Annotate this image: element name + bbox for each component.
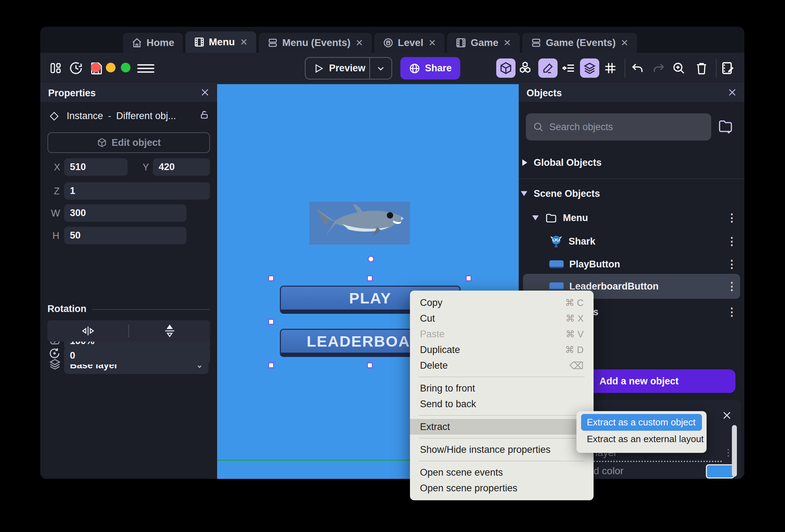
selection-handle-sw[interactable] (268, 362, 274, 368)
layout-panels-button[interactable] (49, 61, 62, 75)
layout-panels-icon (49, 61, 62, 75)
toolbar-separator (716, 59, 717, 78)
w-label: W (51, 208, 60, 219)
preview-dropdown[interactable] (369, 58, 391, 79)
traffic-light-close[interactable] (91, 63, 101, 72)
lock-open-icon[interactable] (199, 110, 209, 122)
submenu-item-extract-external-layout[interactable]: Extract as an external layout (581, 431, 702, 447)
submenu-item-label: Extract as an external layout (587, 434, 704, 445)
instance-type-label: Instance (67, 111, 103, 122)
menu-item-cut[interactable]: Cut ⌘ X (410, 311, 594, 326)
tree-folder-menu[interactable]: Menu ⋮ (519, 208, 744, 227)
redo-button[interactable] (652, 61, 666, 75)
x-field[interactable] (64, 158, 128, 176)
cubes-stack-icon (518, 61, 532, 75)
menu-item-duplicate[interactable]: Duplicate ⌘ D (410, 342, 594, 358)
tab-menu-events[interactable]: Menu (Events) ✕ (259, 33, 372, 53)
traffic-light-zoom[interactable] (121, 63, 130, 72)
selection-handle-s[interactable] (367, 362, 373, 368)
submenu-item-extract-custom-object[interactable]: Extract as a custom object (581, 414, 702, 431)
play-icon (313, 63, 324, 74)
instances-button[interactable] (518, 61, 532, 75)
w-field[interactable] (64, 204, 186, 222)
properties-title: Properties (48, 88, 96, 99)
objects-3d-mode-button[interactable] (496, 58, 515, 78)
kebab-menu-icon[interactable]: ⋮ (727, 307, 737, 317)
group-global-objects[interactable]: Global Objects (519, 154, 744, 172)
tree-item-label: Shark (569, 236, 595, 247)
close-icon[interactable] (722, 410, 732, 422)
close-icon[interactable]: ✕ (240, 37, 248, 48)
grid-button[interactable] (604, 61, 617, 75)
groups-divider (519, 179, 744, 179)
close-icon[interactable]: ✕ (355, 37, 363, 48)
background-color-swatch[interactable] (706, 464, 734, 479)
undo-button[interactable] (631, 61, 644, 75)
h-field[interactable] (64, 227, 186, 244)
edit-object-label: Edit object (112, 137, 161, 148)
kebab-menu-icon[interactable]: ⋮ (727, 281, 737, 292)
close-icon[interactable]: ✕ (621, 37, 628, 48)
search-objects-box[interactable] (526, 113, 711, 140)
tab-level[interactable]: Level ✕ (374, 33, 445, 53)
menu-item-show-hide-instance-properties[interactable]: Show/Hide instance properties (410, 442, 594, 457)
tab-game[interactable]: Game ✕ (447, 33, 520, 53)
tree-item-shark[interactable]: Shark ⋮ (519, 232, 744, 251)
preview-button[interactable]: Preview (305, 57, 392, 80)
instance-properties-button[interactable] (561, 61, 576, 75)
close-icon[interactable] (200, 87, 210, 99)
menu-separator (419, 438, 585, 439)
tree-item-playbutton[interactable]: PlayButton ⋮ (519, 255, 744, 274)
menu-item-extract[interactable]: Extract › (410, 419, 594, 435)
selection-handle-w[interactable] (268, 319, 274, 325)
flip-vertical-button[interactable] (129, 320, 210, 342)
rotation-handle[interactable] (368, 256, 374, 262)
y-label: Y (143, 162, 149, 173)
rotation-field[interactable] (64, 347, 210, 364)
shark-sprite[interactable] (309, 202, 410, 245)
kebab-menu-icon[interactable]: ⋮ (727, 213, 737, 223)
tab-menu[interactable]: Menu ✕ (185, 31, 256, 53)
group-scene-objects[interactable]: Scene Objects (519, 185, 744, 203)
close-icon[interactable] (727, 87, 737, 99)
scrollbar[interactable] (732, 425, 737, 477)
selection-handle-nw[interactable] (268, 275, 274, 281)
menu-item-open-scene-properties[interactable]: Open scene properties (410, 480, 594, 496)
menu-item-paste[interactable]: Paste ⌘ V (410, 326, 594, 342)
menu-separator (419, 461, 585, 461)
close-icon[interactable]: ✕ (428, 37, 436, 48)
hamburger-menu-icon[interactable] (137, 62, 154, 73)
scene-properties-button[interactable] (720, 61, 735, 75)
layers-panel-button[interactable] (580, 58, 599, 78)
menu-item-copy[interactable]: Copy ⌘ C (410, 295, 594, 311)
delete-button[interactable] (695, 61, 708, 75)
close-icon[interactable]: ✕ (503, 37, 511, 48)
search-input[interactable] (549, 122, 685, 133)
menu-item-delete[interactable]: Delete ⌫ (410, 358, 594, 373)
flip-horizontal-button[interactable] (47, 320, 128, 342)
edit-object-button[interactable]: Edit object (47, 132, 210, 153)
y-field[interactable] (153, 158, 210, 176)
globe-icon (409, 63, 420, 74)
share-button[interactable]: Share (400, 57, 460, 80)
tab-game-events[interactable]: Game (Events) ✕ (522, 33, 637, 53)
share-label: Share (425, 63, 452, 74)
kebab-menu-icon[interactable]: ⋮ (727, 259, 737, 270)
menu-item-open-scene-events[interactable]: Open scene events (410, 465, 594, 480)
traffic-light-minimize[interactable] (106, 63, 116, 72)
titlebar: Home Menu ✕ Menu (Events) ✕ Level ✕ (40, 27, 744, 53)
selection-handle-ne[interactable] (466, 275, 472, 281)
z-field[interactable] (64, 182, 210, 200)
selection-handle-n[interactable] (367, 275, 373, 281)
edit-mode-button[interactable] (538, 58, 558, 78)
zoom-button[interactable] (672, 61, 686, 75)
kebab-menu-icon[interactable]: ⋮ (727, 236, 737, 247)
tab-label: Home (147, 37, 174, 48)
menu-item-send-to-back[interactable]: Send to back (410, 396, 594, 412)
menu-item-label: Paste (420, 329, 445, 340)
chevron-down-icon (521, 191, 527, 196)
history-button[interactable] (69, 61, 83, 75)
menu-item-bring-to-front[interactable]: Bring to front (410, 380, 594, 396)
add-folder-icon[interactable] (718, 118, 733, 135)
tab-home[interactable]: Home (123, 33, 183, 53)
